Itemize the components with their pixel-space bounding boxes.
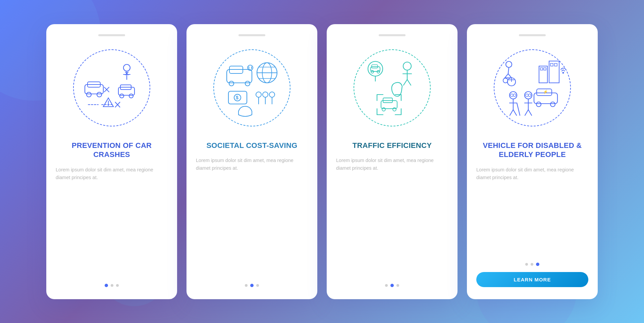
- card-description-cost: Lorem ipsum dolor sit dim amet, mea regi…: [196, 157, 308, 172]
- svg-line-91: [517, 103, 520, 115]
- card-title-disabled: VEHICLE FOR DISABLED & ELDERLY PEOPLE: [476, 141, 588, 159]
- dot-3: [116, 284, 119, 287]
- card-prevention: PREVENTION OF CAR CRASHES Lorem ipsum do…: [46, 24, 177, 299]
- svg-point-66: [506, 61, 512, 67]
- card-notch: [379, 34, 406, 36]
- svg-line-97: [525, 110, 528, 115]
- dot-1: [105, 284, 108, 287]
- svg-point-85: [513, 94, 516, 97]
- illustration-svg: [78, 54, 145, 121]
- svg-text:$: $: [236, 95, 238, 100]
- svg-point-43: [368, 61, 383, 76]
- svg-point-21: [108, 105, 109, 106]
- svg-point-47: [371, 70, 374, 73]
- illustration-cost: $: [208, 44, 296, 131]
- svg-line-98: [528, 110, 532, 115]
- dot-3: [256, 284, 259, 287]
- svg-point-64: [382, 108, 385, 111]
- svg-rect-75: [550, 63, 553, 66]
- svg-line-52: [404, 79, 407, 85]
- svg-point-28: [245, 81, 250, 86]
- svg-point-68: [503, 78, 508, 83]
- illustration-svg: ⚡: [499, 54, 566, 121]
- dot-3: [536, 263, 539, 266]
- svg-point-77: [562, 72, 564, 73]
- svg-line-90: [513, 110, 517, 115]
- svg-point-94: [528, 94, 531, 97]
- dot-2: [111, 284, 113, 287]
- illustration-disabled: ⚡: [489, 44, 576, 131]
- svg-point-49: [403, 62, 411, 70]
- card-disabled: ⚡: [467, 24, 598, 299]
- learn-more-button[interactable]: LEARN MORE: [476, 272, 588, 287]
- svg-point-27: [229, 81, 234, 86]
- svg-point-9: [129, 94, 133, 98]
- card-description-traffic: Lorem ipsum dolor sit dim amet, mea regi…: [336, 157, 448, 172]
- dot-1: [385, 284, 388, 287]
- dot-3: [396, 284, 399, 287]
- svg-rect-73: [540, 68, 543, 70]
- svg-point-37: [256, 92, 261, 97]
- illustration-svg: [359, 54, 426, 121]
- svg-point-82: [550, 102, 555, 107]
- svg-point-8: [120, 94, 124, 98]
- svg-point-48: [377, 70, 380, 73]
- card-notch: [238, 34, 265, 36]
- dot-2: [531, 263, 533, 266]
- card-traffic: TRAFFIC EFFICIENCY Lorem ipsum dolor sit…: [327, 24, 458, 299]
- svg-point-41: [269, 92, 275, 97]
- svg-point-65: [393, 108, 396, 111]
- card-description-disabled: Lorem ipsum dolor sit dim amet, mea regi…: [476, 166, 588, 181]
- dots-traffic: [385, 277, 399, 287]
- card-cost-saving: $ SOCIETAL COST-SAVING Lorem: [186, 24, 317, 299]
- dot-2: [390, 284, 394, 287]
- svg-rect-76: [554, 63, 557, 66]
- card-title-cost: SOCIETAL COST-SAVING: [206, 141, 297, 150]
- illustration-traffic: [348, 44, 436, 131]
- svg-line-53: [407, 79, 411, 85]
- illustration-svg: $: [218, 54, 285, 121]
- dot-2: [250, 284, 254, 287]
- dot-1: [525, 263, 528, 266]
- dots-disabled: [525, 256, 539, 266]
- svg-rect-46: [372, 65, 378, 68]
- card-notch: [519, 34, 546, 36]
- svg-rect-22: [227, 69, 252, 83]
- svg-point-39: [263, 92, 268, 97]
- cards-container: PREVENTION OF CAR CRASHES Lorem ipsum do…: [33, 11, 611, 313]
- svg-text:⚡: ⚡: [543, 89, 548, 94]
- card-description-prevention: Lorem ipsum dolor sit dim amet, mea regi…: [56, 166, 168, 181]
- illustration-prevention: [68, 44, 155, 131]
- svg-point-81: [536, 102, 541, 107]
- card-title-traffic: TRAFFIC EFFICIENCY: [353, 141, 432, 150]
- dots-cost: [245, 277, 259, 287]
- svg-rect-74: [544, 68, 546, 70]
- dot-1: [245, 284, 248, 287]
- svg-point-84: [511, 94, 513, 97]
- svg-point-2: [87, 92, 91, 97]
- svg-point-10: [123, 64, 130, 71]
- svg-line-89: [510, 110, 513, 115]
- card-title-prevention: PREVENTION OF CAR CRASHES: [56, 141, 168, 159]
- card-notch: [98, 34, 125, 36]
- dots-prevention: [105, 277, 119, 287]
- svg-point-93: [526, 94, 528, 97]
- svg-point-3: [97, 92, 102, 97]
